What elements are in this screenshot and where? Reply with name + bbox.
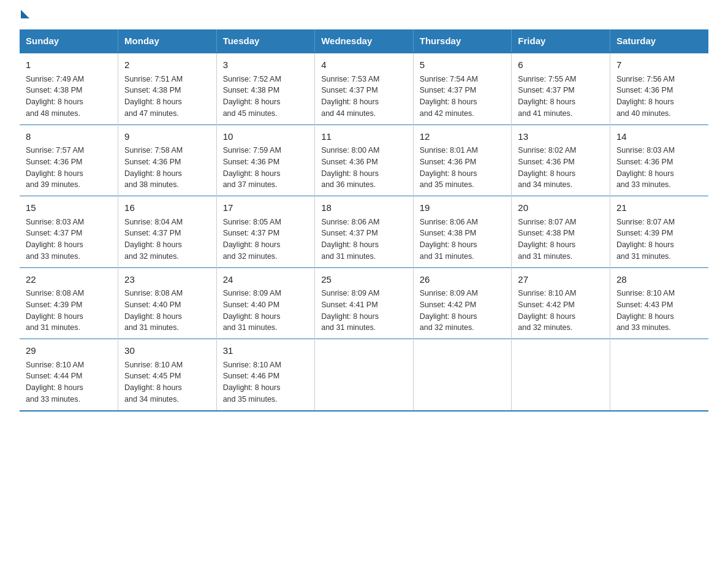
calendar-day-cell: 29 Sunrise: 8:10 AMSunset: 4:44 PMDaylig… <box>20 339 118 411</box>
header-wednesday: Wednesday <box>315 29 414 53</box>
day-info: Sunrise: 7:58 AMSunset: 4:36 PMDaylight:… <box>124 145 210 191</box>
day-number: 30 <box>124 344 210 358</box>
calendar-day-cell: 21 Sunrise: 8:07 AMSunset: 4:39 PMDaylig… <box>610 196 708 268</box>
day-number: 9 <box>124 130 210 144</box>
day-info: Sunrise: 8:10 AMSunset: 4:43 PMDaylight:… <box>616 288 702 334</box>
calendar-day-cell: 5 Sunrise: 7:54 AMSunset: 4:37 PMDayligh… <box>413 53 512 124</box>
calendar-week-row: 22 Sunrise: 8:08 AMSunset: 4:39 PMDaylig… <box>20 267 708 339</box>
calendar-day-cell: 1 Sunrise: 7:49 AMSunset: 4:38 PMDayligh… <box>20 53 118 124</box>
day-info: Sunrise: 8:05 AMSunset: 4:37 PMDaylight:… <box>223 216 309 262</box>
day-info: Sunrise: 8:09 AMSunset: 4:42 PMDaylight:… <box>420 288 506 334</box>
day-info: Sunrise: 7:54 AMSunset: 4:37 PMDaylight:… <box>420 74 506 120</box>
day-info: Sunrise: 8:07 AMSunset: 4:38 PMDaylight:… <box>518 216 604 262</box>
day-info: Sunrise: 8:02 AMSunset: 4:36 PMDaylight:… <box>518 145 604 191</box>
calendar-day-cell: 28 Sunrise: 8:10 AMSunset: 4:43 PMDaylig… <box>610 267 708 339</box>
day-number: 7 <box>616 58 702 72</box>
day-info: Sunrise: 8:10 AMSunset: 4:42 PMDaylight:… <box>518 288 604 334</box>
calendar-day-cell: 22 Sunrise: 8:08 AMSunset: 4:39 PMDaylig… <box>20 267 118 339</box>
day-number: 10 <box>223 130 309 144</box>
calendar-day-cell: 3 Sunrise: 7:52 AMSunset: 4:38 PMDayligh… <box>216 53 315 124</box>
header-thursday: Thursday <box>413 29 512 53</box>
header-friday: Friday <box>512 29 610 53</box>
day-info: Sunrise: 8:06 AMSunset: 4:38 PMDaylight:… <box>420 216 506 262</box>
header-monday: Monday <box>118 29 217 53</box>
day-number: 12 <box>420 130 506 144</box>
header-saturday: Saturday <box>610 29 708 53</box>
calendar-day-cell: 7 Sunrise: 7:56 AMSunset: 4:36 PMDayligh… <box>610 53 708 124</box>
day-number: 23 <box>124 273 210 287</box>
calendar-day-cell: 6 Sunrise: 7:55 AMSunset: 4:37 PMDayligh… <box>512 53 610 124</box>
calendar-day-cell: 30 Sunrise: 8:10 AMSunset: 4:45 PMDaylig… <box>118 339 217 411</box>
calendar-day-cell: 27 Sunrise: 8:10 AMSunset: 4:42 PMDaylig… <box>512 267 610 339</box>
day-info: Sunrise: 7:51 AMSunset: 4:38 PMDaylight:… <box>124 74 210 120</box>
day-number: 31 <box>223 344 309 358</box>
day-number: 5 <box>420 58 506 72</box>
day-number: 29 <box>26 344 112 358</box>
day-number: 27 <box>518 273 604 287</box>
day-number: 24 <box>223 273 309 287</box>
day-number: 14 <box>616 130 702 144</box>
day-info: Sunrise: 7:59 AMSunset: 4:36 PMDaylight:… <box>223 145 309 191</box>
calendar-day-cell: 20 Sunrise: 8:07 AMSunset: 4:38 PMDaylig… <box>512 196 610 268</box>
day-number: 11 <box>321 130 407 144</box>
calendar-week-row: 1 Sunrise: 7:49 AMSunset: 4:38 PMDayligh… <box>20 53 708 124</box>
day-info: Sunrise: 8:08 AMSunset: 4:40 PMDaylight:… <box>124 288 210 334</box>
calendar-day-cell: 11 Sunrise: 8:00 AMSunset: 4:36 PMDaylig… <box>315 124 414 196</box>
day-info: Sunrise: 8:10 AMSunset: 4:44 PMDaylight:… <box>26 359 112 405</box>
calendar-day-cell: 31 Sunrise: 8:10 AMSunset: 4:46 PMDaylig… <box>216 339 315 411</box>
day-number: 20 <box>518 201 604 215</box>
calendar-day-cell: 25 Sunrise: 8:09 AMSunset: 4:41 PMDaylig… <box>315 267 414 339</box>
calendar-day-cell: 8 Sunrise: 7:57 AMSunset: 4:36 PMDayligh… <box>20 124 118 196</box>
calendar-day-cell: 19 Sunrise: 8:06 AMSunset: 4:38 PMDaylig… <box>413 196 512 268</box>
calendar-day-cell: 16 Sunrise: 8:04 AMSunset: 4:37 PMDaylig… <box>118 196 217 268</box>
day-info: Sunrise: 8:07 AMSunset: 4:39 PMDaylight:… <box>616 216 702 262</box>
calendar-day-cell: 23 Sunrise: 8:08 AMSunset: 4:40 PMDaylig… <box>118 267 217 339</box>
calendar-empty-cell <box>512 339 610 411</box>
day-info: Sunrise: 7:53 AMSunset: 4:37 PMDaylight:… <box>321 74 407 120</box>
calendar-day-cell: 14 Sunrise: 8:03 AMSunset: 4:36 PMDaylig… <box>610 124 708 196</box>
calendar-week-row: 8 Sunrise: 7:57 AMSunset: 4:36 PMDayligh… <box>20 124 708 196</box>
day-info: Sunrise: 8:03 AMSunset: 4:36 PMDaylight:… <box>616 145 702 191</box>
day-info: Sunrise: 8:00 AMSunset: 4:36 PMDaylight:… <box>321 145 407 191</box>
logo <box>20 15 29 16</box>
calendar-day-cell: 18 Sunrise: 8:06 AMSunset: 4:37 PMDaylig… <box>315 196 414 268</box>
calendar-week-row: 29 Sunrise: 8:10 AMSunset: 4:44 PMDaylig… <box>20 339 708 411</box>
day-info: Sunrise: 7:52 AMSunset: 4:38 PMDaylight:… <box>223 74 309 120</box>
calendar-day-cell: 26 Sunrise: 8:09 AMSunset: 4:42 PMDaylig… <box>413 267 512 339</box>
calendar-empty-cell <box>610 339 708 411</box>
day-number: 16 <box>124 201 210 215</box>
calendar-day-cell: 2 Sunrise: 7:51 AMSunset: 4:38 PMDayligh… <box>118 53 217 124</box>
day-info: Sunrise: 7:49 AMSunset: 4:38 PMDaylight:… <box>26 74 112 120</box>
calendar-empty-cell <box>315 339 414 411</box>
day-info: Sunrise: 8:10 AMSunset: 4:46 PMDaylight:… <box>223 359 309 405</box>
day-number: 26 <box>420 273 506 287</box>
calendar-day-cell: 10 Sunrise: 7:59 AMSunset: 4:36 PMDaylig… <box>216 124 315 196</box>
day-number: 25 <box>321 273 407 287</box>
day-number: 3 <box>223 58 309 72</box>
day-number: 13 <box>518 130 604 144</box>
logo-triangle-icon <box>21 10 29 18</box>
day-info: Sunrise: 8:01 AMSunset: 4:36 PMDaylight:… <box>420 145 506 191</box>
page-header <box>20 15 708 17</box>
calendar-day-cell: 17 Sunrise: 8:05 AMSunset: 4:37 PMDaylig… <box>216 196 315 268</box>
calendar-day-cell: 15 Sunrise: 8:03 AMSunset: 4:37 PMDaylig… <box>20 196 118 268</box>
day-number: 15 <box>26 201 112 215</box>
day-number: 21 <box>616 201 702 215</box>
day-info: Sunrise: 8:09 AMSunset: 4:40 PMDaylight:… <box>223 288 309 334</box>
day-number: 6 <box>518 58 604 72</box>
day-info: Sunrise: 7:56 AMSunset: 4:36 PMDaylight:… <box>616 74 702 120</box>
day-number: 28 <box>616 273 702 287</box>
day-info: Sunrise: 8:04 AMSunset: 4:37 PMDaylight:… <box>124 216 210 262</box>
calendar-week-row: 15 Sunrise: 8:03 AMSunset: 4:37 PMDaylig… <box>20 196 708 268</box>
day-info: Sunrise: 8:09 AMSunset: 4:41 PMDaylight:… <box>321 288 407 334</box>
day-info: Sunrise: 7:55 AMSunset: 4:37 PMDaylight:… <box>518 74 604 120</box>
day-number: 4 <box>321 58 407 72</box>
calendar-day-cell: 9 Sunrise: 7:58 AMSunset: 4:36 PMDayligh… <box>118 124 217 196</box>
calendar-day-cell: 4 Sunrise: 7:53 AMSunset: 4:37 PMDayligh… <box>315 53 414 124</box>
calendar-empty-cell <box>413 339 512 411</box>
day-info: Sunrise: 8:03 AMSunset: 4:37 PMDaylight:… <box>26 216 112 262</box>
day-number: 1 <box>26 58 112 72</box>
calendar-day-cell: 12 Sunrise: 8:01 AMSunset: 4:36 PMDaylig… <box>413 124 512 196</box>
day-number: 17 <box>223 201 309 215</box>
calendar-table: SundayMondayTuesdayWednesdayThursdayFrid… <box>20 29 708 412</box>
